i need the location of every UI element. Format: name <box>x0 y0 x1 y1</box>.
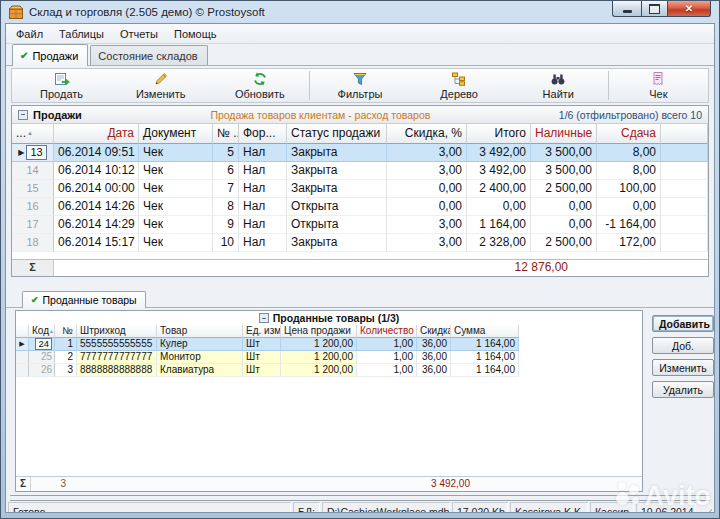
filters-button[interactable]: Фильтры <box>310 69 409 102</box>
column-header-number[interactable]: № ... <box>213 124 239 144</box>
tab-sales-label: Продажи <box>32 50 78 62</box>
maximize-icon <box>649 4 660 14</box>
tree-label: Дерево <box>440 88 478 100</box>
items-header-unit[interactable]: Ед. изм. <box>243 325 281 338</box>
edit-button[interactable]: Изменить <box>111 69 210 102</box>
status-ready: Готово <box>8 502 291 513</box>
client-area: Файл Таблицы Отчеты Помощь ✔ Продажи Сос… <box>5 23 715 513</box>
tab-sold-items[interactable]: ✔ Проданные товары <box>22 291 146 308</box>
find-button[interactable]: Найти <box>509 69 608 102</box>
app-icon <box>8 4 24 20</box>
titlebar: Склад и торговля (2.505 демо) © Prostoys… <box>1 1 719 23</box>
selected-row-marker-icon: ▶ <box>18 144 24 161</box>
column-header-document[interactable]: Документ <box>139 124 213 144</box>
panel-splitter[interactable] <box>6 277 714 289</box>
status-db-path: D:\CashierWorkplace.mdb <box>322 502 450 513</box>
items-empty-area <box>16 377 642 476</box>
menu-file[interactable]: Файл <box>8 26 51 42</box>
items-sum-row: Σ 3 3 492,00 <box>16 476 642 491</box>
column-header-total[interactable]: Итого <box>467 124 531 144</box>
edit-label: Изменить <box>136 88 186 100</box>
minimize-icon <box>623 10 632 13</box>
items-header-price[interactable]: Цена продажи <box>281 325 357 338</box>
edit-item-button[interactable]: Изменить <box>652 359 714 376</box>
items-header-qty[interactable]: Количество <box>357 325 417 338</box>
edit-pencil-icon <box>153 71 169 87</box>
sigma-icon: Σ <box>12 260 54 276</box>
column-header-change[interactable]: Сдача <box>597 124 661 144</box>
tab-sales[interactable]: ✔ Продажи <box>12 44 88 66</box>
record-counter: 1/6 (отфильтровано) всего 10 <box>559 109 702 121</box>
column-header-payform[interactable]: Фор... <box>239 124 287 144</box>
sell-icon <box>54 71 70 87</box>
column-header-discount[interactable]: Скидка, % <box>387 124 467 144</box>
receipt-button[interactable]: Чек <box>609 69 708 102</box>
items-header-sum[interactable]: Сумма <box>451 325 519 338</box>
checkmark-icon: ✔ <box>31 295 39 305</box>
tree-icon <box>451 71 467 87</box>
toolbar: Продать Изменить Обновить Фильтры Дерево <box>11 68 709 103</box>
checkmark-icon: ✔ <box>20 50 28 61</box>
selected-row-marker-icon: ▶ <box>19 338 24 350</box>
filter-funnel-icon <box>352 71 368 87</box>
status-db-label: БД: <box>293 502 320 513</box>
items-header-no[interactable]: № <box>55 325 77 338</box>
maximize-button[interactable] <box>641 1 668 17</box>
sales-panel-title: Продажи <box>33 109 82 121</box>
tab-sold-items-label: Проданные товары <box>43 294 137 306</box>
sell-label: Продать <box>40 88 83 100</box>
statusbar: Готово БД: D:\CashierWorkplace.mdb 17 02… <box>6 501 714 513</box>
detail-tabbar: ✔ Проданные товары <box>6 289 714 308</box>
sales-panel: Продажи Продажа товаров клиентам - расхо… <box>11 105 709 277</box>
sales-panel-subtitle: Продажа товаров клиентам - расход товаро… <box>82 109 559 121</box>
add-item-button[interactable]: Добавить <box>652 315 714 332</box>
collapse-box-icon[interactable] <box>259 313 269 323</box>
sell-button[interactable]: Продать <box>12 69 111 102</box>
refresh-icon <box>252 71 268 87</box>
status-date: 10.06.2014 <box>636 502 696 513</box>
menu-reports[interactable]: Отчеты <box>112 26 166 42</box>
tree-button[interactable]: Дерево <box>410 69 509 102</box>
collapse-box-icon[interactable] <box>18 110 28 120</box>
status-db-size: 17 020 Kb <box>452 502 508 513</box>
window-controls: ✕ <box>612 1 711 17</box>
detail-area: Проданные товары (1/3) Код▲ № Штрихкод Т… <box>6 308 714 492</box>
close-button[interactable]: ✕ <box>668 1 711 17</box>
refresh-button[interactable]: Обновить <box>210 69 309 102</box>
tab-warehouse-label: Состояние складов <box>98 50 197 62</box>
receipt-label: Чек <box>649 88 667 100</box>
sales-sum-row: Σ 12 876,00 <box>12 259 708 276</box>
column-header-filler <box>661 124 708 144</box>
find-binoculars-icon <box>550 71 566 87</box>
delete-item-button[interactable]: Удалить <box>652 381 714 398</box>
status-role: Кассир <box>590 502 634 513</box>
filters-label: Фильтры <box>338 88 383 100</box>
menu-tables[interactable]: Таблицы <box>51 26 112 42</box>
items-header-code[interactable]: Код▲ <box>29 325 55 338</box>
items-header-product[interactable]: Товар <box>157 325 243 338</box>
sigma-icon: Σ <box>16 477 31 491</box>
items-header-discount[interactable]: Скидка <box>417 325 451 338</box>
add-many-button[interactable]: Доб. много <box>652 337 714 354</box>
sales-sum-total: 12 876,00 <box>442 260 568 275</box>
resize-grip[interactable] <box>698 502 712 513</box>
receipt-icon <box>650 71 666 87</box>
window-frame: Склад и торговля (2.505 демо) © Prostoys… <box>0 0 720 519</box>
tab-warehouse-state[interactable]: Состояние складов <box>90 45 207 65</box>
refresh-label: Обновить <box>235 88 285 100</box>
sales-table: ...▲ Дата Документ № ... Фор... Статус п… <box>12 124 708 252</box>
column-header-cash[interactable]: Наличные <box>531 124 597 144</box>
items-header-barcode[interactable]: Штрихкод <box>77 325 157 338</box>
window-title: Склад и торговля (2.505 демо) © Prostoys… <box>29 6 265 18</box>
status-user: Kassirova K.K. <box>510 502 588 513</box>
menu-help[interactable]: Помощь <box>166 26 225 42</box>
minimize-button[interactable] <box>612 1 641 17</box>
sales-panel-header: Продажи Продажа товаров клиентам - расхо… <box>12 106 708 124</box>
item-action-buttons: Добавить Доб. много Изменить Удалить <box>652 310 714 492</box>
sold-items-table: Код▲ № Штрихкод Товар Ед. изм. Цена прод… <box>16 325 642 377</box>
column-header-rownum[interactable]: ...▲ <box>12 124 54 144</box>
column-header-date[interactable]: Дата <box>54 124 139 144</box>
find-label: Найти <box>543 88 574 100</box>
column-header-status[interactable]: Статус продажи <box>287 124 387 144</box>
sort-asc-icon: ▲ <box>49 328 54 334</box>
